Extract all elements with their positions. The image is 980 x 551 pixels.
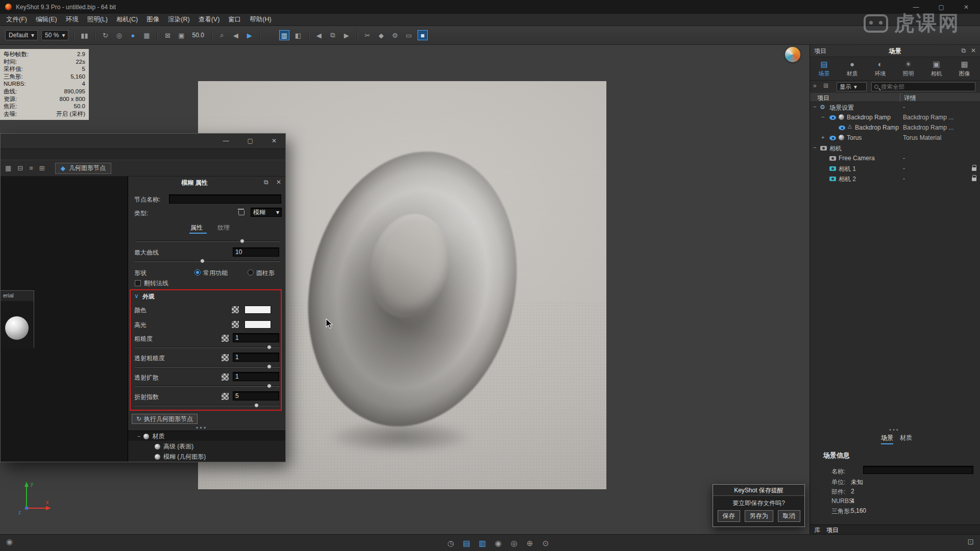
tab-camera[interactable]: ▣ 相机: [922, 57, 950, 80]
performance-mode-icon[interactable]: ◎: [114, 30, 124, 40]
flip-normals-checkbox[interactable]: [135, 280, 141, 286]
tree-row-torus[interactable]: + Torus Torus Material: [810, 133, 980, 143]
search-input[interactable]: [881, 84, 963, 90]
realtime-toggle-icon[interactable]: ●: [128, 30, 138, 40]
display-mode-icon[interactable]: ▭: [404, 30, 414, 40]
project-icon[interactable]: ▥: [477, 538, 488, 549]
menu-file[interactable]: 文件(F): [6, 15, 27, 24]
lock-icon[interactable]: [972, 178, 976, 181]
minimize-icon[interactable]: —: [223, 134, 229, 148]
zoom-tool-icon[interactable]: ⌕: [217, 30, 227, 40]
tab-environment[interactable]: ◐ 环境: [866, 57, 894, 80]
trans-spread-input[interactable]: 1: [233, 372, 279, 381]
preset-dropdown[interactable]: Default ▾: [5, 30, 38, 40]
slider-handle[interactable]: [254, 403, 259, 408]
expander-icon[interactable]: −: [813, 144, 818, 151]
geometry-view-icon[interactable]: [265, 30, 276, 40]
column-item[interactable]: 项目: [817, 94, 829, 103]
maximize-icon[interactable]: ▢: [939, 4, 944, 11]
tab-properties[interactable]: 属性: [190, 223, 203, 232]
expander-icon[interactable]: −: [813, 104, 818, 110]
tree-row-camera-1[interactable]: 相机 1 -: [810, 163, 980, 173]
cancel-button[interactable]: 取消: [778, 510, 800, 522]
slider-handle[interactable]: [200, 259, 205, 263]
expander-icon[interactable]: −: [821, 114, 826, 120]
material-tool-icon[interactable]: ◆: [376, 30, 386, 40]
specular-swatch[interactable]: [244, 320, 271, 329]
splitter-dots[interactable]: • • •: [889, 427, 898, 433]
radio-cylindrical[interactable]: [248, 269, 254, 276]
type-dropdown[interactable]: 模糊 ▾: [251, 208, 282, 217]
material-preview-sphere[interactable]: [5, 316, 29, 340]
texture-checker-icon[interactable]: [231, 320, 239, 329]
visibility-eye-icon[interactable]: [839, 126, 845, 130]
prev-env-icon[interactable]: ◀: [314, 30, 324, 40]
slider-handle[interactable]: [267, 345, 272, 349]
column-detail[interactable]: 详情: [904, 94, 916, 103]
close-icon[interactable]: ✕: [971, 47, 976, 54]
tree-row-camera-2[interactable]: 相机 2 -: [810, 173, 980, 184]
menu-image[interactable]: 图像: [146, 15, 159, 24]
save-as-button[interactable]: 另存为: [745, 510, 773, 522]
close-icon[interactable]: ✕: [272, 134, 277, 148]
library-icon[interactable]: ▤: [461, 538, 472, 549]
ior-input[interactable]: 5: [233, 391, 279, 400]
tab-material[interactable]: ● 材质: [838, 57, 866, 80]
texture-checker-icon[interactable]: [231, 306, 239, 314]
lock-camera-icon[interactable]: ⊠: [162, 30, 173, 40]
slider-handle[interactable]: [267, 384, 272, 388]
roughness-input[interactable]: 1: [233, 333, 279, 342]
tree-row-backdrop-ramp[interactable]: − Backdrop Ramp Backdrop Ramp ...: [810, 112, 980, 122]
gear-icon[interactable]: ⚙: [390, 30, 400, 40]
radio-common[interactable]: [194, 269, 201, 276]
split-view-icon[interactable]: ◧: [293, 30, 303, 40]
update-render-icon[interactable]: ↻: [100, 30, 110, 40]
texture-checker-icon[interactable]: [221, 373, 229, 381]
slider-handle[interactable]: [267, 364, 272, 369]
lock-icon[interactable]: [972, 167, 976, 171]
tree-row-scene-settings[interactable]: − ⚙ 场景设置 -: [810, 102, 980, 112]
cut-tool-icon[interactable]: ✂: [362, 30, 373, 40]
execute-geometry-node-button[interactable]: ↻ 执行几何图形节点: [132, 414, 198, 424]
expander-icon[interactable]: +: [821, 134, 826, 140]
environment-gizmo-icon[interactable]: [785, 47, 800, 62]
texture-checker-icon[interactable]: [221, 392, 229, 400]
color-swatch[interactable]: [244, 306, 271, 314]
tree-row-backdrop-ramp-child[interactable]: △ Backdrop Ramp Backdrop Ramp ...: [810, 122, 980, 133]
grid-icon[interactable]: ⊞: [823, 82, 828, 89]
scene-name-input[interactable]: [863, 466, 973, 474]
region-render-icon[interactable]: ▦: [141, 30, 152, 40]
menu-edit[interactable]: 编辑(E): [36, 15, 57, 24]
collapse-all-icon[interactable]: »: [813, 82, 817, 89]
geometry-editor-icon[interactable]: ▥: [279, 30, 289, 40]
texture-checker-icon[interactable]: [221, 334, 229, 342]
max-curve-input[interactable]: 10: [233, 247, 279, 257]
pause-icon[interactable]: ▮▮: [79, 30, 89, 40]
tab-lighting[interactable]: ☀ 照明: [894, 57, 922, 80]
visibility-eye-icon[interactable]: [829, 136, 836, 140]
column-divider[interactable]: [900, 93, 900, 102]
recent-icon[interactable]: ◷: [445, 538, 456, 549]
bottom-tab-scene[interactable]: 场景: [881, 434, 893, 444]
render-icon[interactable]: ⊕: [524, 538, 535, 549]
menu-environment[interactable]: 环境: [66, 15, 79, 24]
tree-row-fuzz[interactable]: 模糊 (几何图形): [128, 452, 286, 461]
trash-icon[interactable]: [238, 208, 244, 215]
tree-row-cameras[interactable]: − 相机: [810, 143, 980, 153]
appearance-header[interactable]: 外观: [142, 292, 155, 301]
menu-window[interactable]: 窗口: [228, 15, 241, 24]
prev-camera-icon[interactable]: ◀: [231, 30, 241, 40]
visibility-eye-icon[interactable]: [829, 115, 836, 120]
minimize-icon[interactable]: —: [913, 4, 919, 11]
render-button-icon[interactable]: ■: [418, 30, 428, 40]
trans-roughness-input[interactable]: 1: [233, 353, 279, 362]
float-panel-icon[interactable]: ⧉: [961, 47, 966, 54]
maximize-icon[interactable]: ▢: [248, 134, 253, 148]
next-camera-icon[interactable]: ▶: [244, 30, 255, 40]
float-panel-icon[interactable]: ⧉: [264, 179, 268, 186]
tree-row-advanced[interactable]: 高级 (表面): [128, 442, 286, 451]
menu-view[interactable]: 查看(V): [199, 15, 220, 24]
menu-help[interactable]: 帮助(H): [250, 15, 271, 24]
search-box[interactable]: [871, 82, 975, 91]
float-view-icon[interactable]: ⧉: [328, 30, 338, 40]
